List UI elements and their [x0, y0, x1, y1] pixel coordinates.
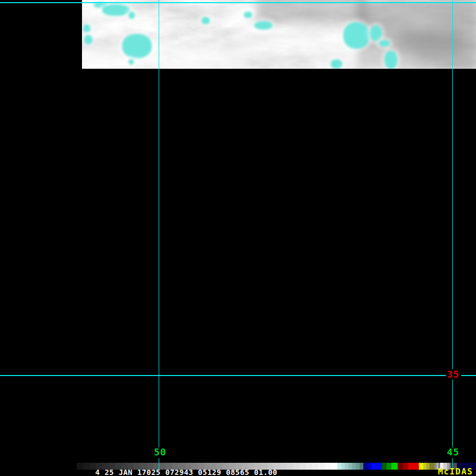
colorbar-color-step [337, 463, 341, 470]
cold-cloud-cyan-patch [343, 22, 370, 49]
grid-hline-709 [461, 375, 476, 376]
cold-cloud-cyan-patch [102, 4, 130, 16]
colorbar-gray-step [287, 463, 293, 470]
cold-cloud-cyan-patch [379, 40, 390, 47]
colorbar-gray-step [331, 463, 337, 470]
colorbar-color-step [419, 463, 423, 470]
cold-cloud-cyan-patch [129, 59, 134, 65]
image-info-text: 4 25 JAN 17025 072943 05129 08565 01.00 [95, 469, 277, 476]
cold-cloud-cyan-patch [244, 12, 252, 18]
colorbar-color-step [403, 463, 408, 470]
cold-cloud-cyan-patch [122, 34, 152, 58]
longitude-label-50: 50 [153, 447, 167, 457]
colorbar-gray-step [293, 463, 299, 470]
longitude-label-45: 45 [446, 447, 460, 457]
colorbar-gray-step [280, 463, 287, 470]
colorbar-gray-step [306, 463, 312, 470]
colorbar-gray-step [318, 463, 325, 470]
satellite-image-canvas[interactable] [82, 0, 476, 69]
colorbar-color-step [382, 463, 387, 470]
grid-vline-855 [452, 0, 453, 369]
colorbar-color-step [356, 463, 360, 470]
colorbar-color-step [408, 463, 419, 470]
status-left: 1 0001 NOAA-19 [4, 469, 93, 476]
colorbar-color-step [360, 463, 363, 470]
mcidas-brand: McIDAS [438, 468, 473, 475]
cold-cloud-cyan-patch [202, 17, 210, 24]
colorbar-color-step [398, 463, 403, 470]
cold-cloud-cyan-patch [129, 12, 135, 19]
colorbar-color-step [368, 463, 372, 470]
colorbar-color-step [387, 463, 391, 470]
colorbar-color-step [345, 463, 349, 470]
colorbar-gray-step [325, 463, 331, 470]
grid-vline-855 [452, 380, 453, 447]
colorbar-color-step [349, 463, 352, 470]
colorbar-color-step [391, 463, 398, 470]
colorbar-color-step [429, 463, 435, 470]
cold-cloud-cyan-patch [83, 24, 90, 33]
colorbar-gray-step [299, 463, 306, 470]
mcidas-display-window: 35 50 45 1 0001 NOAA-19 4 25 JAN 17025 0… [0, 0, 476, 476]
colorbar-gray-step [312, 463, 318, 470]
cold-cloud-cyan-patch [84, 35, 93, 44]
cold-cloud-cyan-patch [254, 21, 272, 30]
grid-hline-709 [0, 375, 446, 376]
colorbar-color-step [341, 463, 345, 470]
colorbar-color-step [363, 463, 368, 470]
latitude-label-35: 35 [446, 370, 460, 379]
cold-cloud-cyan-patch [331, 59, 342, 69]
colorbar-color-step [352, 463, 356, 470]
cold-cloud-cyan-patch [385, 51, 397, 69]
colorbar-color-step [372, 463, 382, 470]
grid-hline-4 [0, 2, 476, 3]
grid-vline-300 [159, 0, 159, 447]
cold-cloud-cyan-patch [370, 25, 382, 41]
